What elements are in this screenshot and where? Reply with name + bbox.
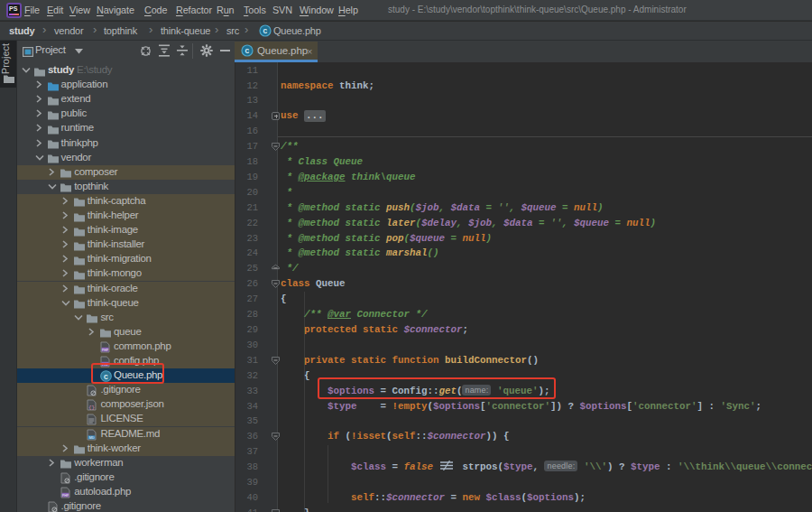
svg-text:C: C [263, 27, 268, 35]
svg-text:MD: MD [89, 435, 95, 439]
svg-text:C: C [245, 47, 250, 55]
svg-text:{}: {} [88, 405, 95, 411]
svg-text:PHP: PHP [62, 493, 69, 497]
svg-text:PHP: PHP [102, 348, 109, 351]
